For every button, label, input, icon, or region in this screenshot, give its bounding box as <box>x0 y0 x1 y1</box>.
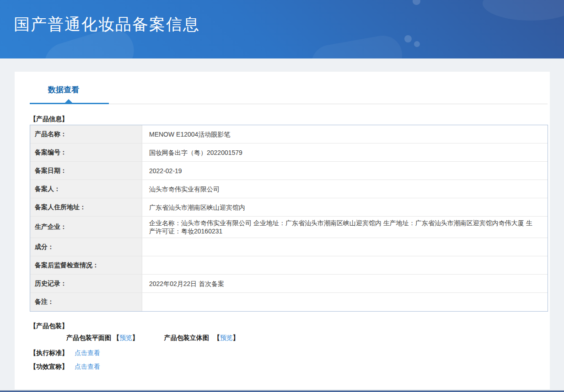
field-value: 汕头市奇伟实业有限公司 <box>142 180 548 198</box>
table-row: 历史记录： 2022年02月22日 首次备案 <box>30 275 548 293</box>
banner-decoration-dot <box>404 35 412 42</box>
packaging-item-3d: 产品包装立体图 【预览】 <box>164 334 239 341</box>
bracket-close: 】 <box>132 334 139 341</box>
table-row: 备案日期： 2022-02-19 <box>30 162 548 180</box>
packaging-item-label: 产品包装平面图 <box>66 334 111 341</box>
content-card: 数据查看 【产品信息】 产品名称： MENOW E12004活动眼影笔 备案编号… <box>15 72 550 389</box>
field-label: 备案编号： <box>30 143 142 161</box>
field-label: 生产企业： <box>30 217 142 238</box>
standards-row: 【执行标准】点击查看 <box>30 349 100 357</box>
packaging-item-label: 产品包装立体图 <box>164 334 209 341</box>
table-row: 备案编号： 国妆网备出字（粤）2022001579 <box>30 143 548 162</box>
banner-decoration-dot <box>413 0 420 5</box>
banner-decoration-ellipse-right <box>483 0 564 21</box>
field-value: 广东省汕头市潮南区峡山迎宾馆内 <box>142 198 548 216</box>
table-row: 成分： <box>30 238 548 256</box>
banner-decoration-dot <box>414 41 420 47</box>
field-label: 历史记录： <box>30 275 142 292</box>
banner-decoration-band-center <box>308 32 405 58</box>
header-banner: 国产普通化妆品备案信息 <box>0 0 564 58</box>
field-value: 2022年02月22日 首次备案 <box>142 275 548 292</box>
table-row: 产品名称： MENOW E12004活动眼影笔 <box>30 125 548 143</box>
bracket-close: 】 <box>233 334 239 341</box>
field-label: 备案后监督检查情况： <box>30 256 142 274</box>
table-row: 备案后监督检查情况： <box>30 256 548 275</box>
preview-link-3d[interactable]: 预览 <box>220 334 233 341</box>
tab-active-caret-icon <box>65 99 72 103</box>
section-title-efficacy: 【功效宣称】 <box>30 363 68 370</box>
field-label: 备案日期： <box>30 162 142 180</box>
field-value: 国妆网备出字（粤）2022001579 <box>142 143 548 161</box>
field-value <box>142 256 548 274</box>
field-label: 成分： <box>30 238 142 256</box>
field-value: MENOW E12004活动眼影笔 <box>142 125 548 143</box>
table-row: 备案人： 汕头市奇伟实业有限公司 <box>30 180 548 198</box>
standards-view-link[interactable]: 点击查看 <box>75 349 100 356</box>
field-value: 企业名称：汕头市奇伟实业有限公司 企业地址：广东省汕头市潮南区峡山迎宾馆内 生产… <box>142 217 548 238</box>
field-value <box>142 293 548 311</box>
field-label: 备案人住所地址： <box>30 198 142 216</box>
bracket-open: 【 <box>214 334 220 341</box>
section-title-packaging: 【产品包装】 <box>30 322 68 330</box>
field-label: 产品名称： <box>30 125 142 143</box>
efficacy-view-link[interactable]: 点击查看 <box>75 363 100 370</box>
bracket-open: 【 <box>113 334 119 341</box>
page-title: 国产普通化妆品备案信息 <box>14 14 200 35</box>
tab-data-view[interactable]: 数据查看 <box>48 85 79 95</box>
tab-active-underline <box>30 103 109 104</box>
section-title-standards: 【执行标准】 <box>30 349 68 356</box>
packaging-item-flat: 产品包装平面图 【预览】 <box>66 334 140 341</box>
preview-link-flat[interactable]: 预览 <box>119 334 132 341</box>
efficacy-row: 【功效宣称】点击查看 <box>30 363 100 371</box>
section-title-product-info: 【产品信息】 <box>30 115 68 123</box>
table-row: 备注： <box>30 293 548 311</box>
field-label: 备案人： <box>30 180 142 198</box>
packaging-links-row: 产品包装平面图 【预览】 产品包装立体图 【预览】 <box>66 334 239 342</box>
field-label: 备注： <box>30 293 142 311</box>
field-value: 2022-02-19 <box>142 162 548 180</box>
table-row: 备案人住所地址： 广东省汕头市潮南区峡山迎宾馆内 <box>30 198 548 217</box>
product-info-table: 产品名称： MENOW E12004活动眼影笔 备案编号： 国妆网备出字（粤）2… <box>30 125 548 312</box>
table-row: 生产企业： 企业名称：汕头市奇伟实业有限公司 企业地址：广东省汕头市潮南区峡山迎… <box>30 217 548 238</box>
field-value <box>142 238 548 256</box>
